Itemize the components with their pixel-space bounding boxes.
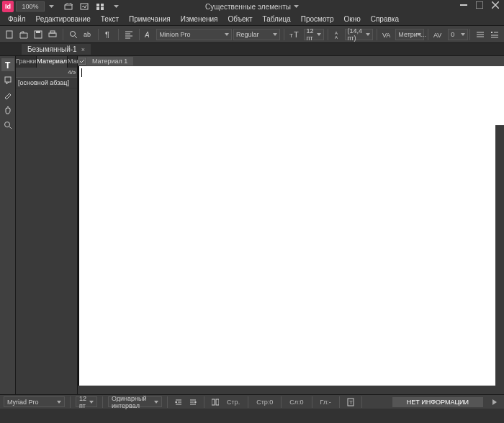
eyedropper-tool[interactable] — [1, 88, 14, 101]
chevron-down-icon[interactable] — [46, 1, 56, 12]
svg-text:A: A — [335, 35, 338, 39]
vertical-scrollbar[interactable] — [495, 125, 504, 394]
flow-checkbox-icon[interactable] — [78, 57, 86, 65]
svg-point-26 — [4, 122, 9, 127]
story-editor: Материал 1 — [78, 56, 504, 409]
zoom-field[interactable]: 100% — [16, 1, 45, 12]
save-icon[interactable] — [32, 28, 45, 41]
text-area[interactable] — [78, 66, 504, 409]
svg-rect-12 — [50, 31, 55, 33]
rows-icon[interactable] — [474, 28, 487, 41]
menu-table[interactable]: Таблица — [258, 14, 296, 24]
text-cursor — [81, 68, 82, 77]
status-spacing-field[interactable]: Одинарный интервал — [108, 396, 162, 407]
svg-text:¶: ¶ — [105, 30, 109, 39]
svg-text:VA: VA — [382, 32, 390, 39]
increase-indent-icon[interactable] — [173, 396, 184, 407]
leading-field[interactable]: (14,4 пт) — [345, 29, 374, 40]
svg-text:T: T — [294, 30, 299, 39]
status-line: Стр:0 — [256, 399, 273, 406]
print-icon[interactable] — [46, 28, 59, 41]
status-glyph: Гл:- — [320, 399, 331, 406]
find-icon[interactable] — [67, 28, 80, 41]
svg-text:T: T — [5, 60, 11, 69]
svg-rect-7 — [476, 1, 483, 9]
close-button[interactable] — [490, 0, 501, 10]
leading-icon: AA — [333, 30, 342, 39]
horizontal-scrollbar[interactable] — [78, 386, 495, 394]
svg-text:ab: ab — [84, 31, 91, 38]
para-style-icon[interactable]: ¶ — [102, 28, 115, 41]
story-panel: Гранки Материал Макет 4/э [основной абза… — [16, 56, 78, 409]
columns-icon[interactable] — [210, 396, 221, 407]
text-frame-icon[interactable]: T — [345, 396, 356, 407]
stock-icon[interactable] — [79, 1, 89, 12]
tab-material[interactable]: Материал — [37, 56, 68, 68]
svg-rect-23 — [491, 32, 492, 33]
menu-notes[interactable]: Примечания — [124, 14, 176, 24]
story-header: 4/э — [16, 68, 77, 78]
new-icon[interactable] — [3, 28, 16, 41]
menu-changes[interactable]: Изменения — [176, 14, 223, 24]
zoom-tool[interactable] — [1, 119, 14, 132]
menu-window[interactable]: Окно — [338, 14, 365, 24]
paragraph-style-row[interactable]: [основной абзац] — [16, 78, 77, 88]
document-tab-label: Безымянный-1 — [27, 45, 77, 53]
toolbox: T — [0, 56, 16, 409]
chevron-down-icon[interactable] — [111, 1, 121, 12]
svg-rect-3 — [101, 4, 104, 6]
spellcheck-icon[interactable]: ab — [81, 28, 94, 41]
svg-rect-27 — [78, 58, 86, 65]
svg-text:T: T — [349, 399, 353, 406]
status-col: Сл:0 — [289, 399, 303, 406]
font-size-field[interactable]: 12 пт — [304, 29, 324, 40]
align-icon[interactable] — [122, 28, 135, 41]
svg-rect-2 — [96, 4, 99, 6]
menu-help[interactable]: Справка — [366, 14, 404, 24]
workspace-switcher[interactable]: Существенные элементы — [205, 3, 299, 11]
font-family-field[interactable]: Minion Pro — [156, 29, 232, 40]
menu-edit[interactable]: Редактирование — [31, 14, 96, 24]
menu-object[interactable]: Объект — [223, 14, 258, 24]
svg-rect-28 — [212, 399, 215, 405]
svg-text:AV: AV — [433, 32, 441, 39]
font-size-icon: TT — [289, 30, 300, 39]
minimize-button[interactable] — [458, 0, 469, 10]
chevron-right-icon[interactable] — [489, 396, 500, 407]
open-icon[interactable] — [17, 28, 30, 41]
app-icon: Id — [2, 1, 14, 12]
close-tab-icon[interactable]: × — [81, 46, 85, 53]
bridge-icon[interactable] — [63, 1, 73, 12]
svg-point-13 — [70, 31, 75, 36]
status-page: Стр. — [227, 399, 240, 406]
font-style-field[interactable]: Regular — [233, 29, 280, 40]
maximize-button[interactable] — [474, 0, 485, 10]
svg-rect-11 — [49, 33, 56, 37]
arrange-icon[interactable] — [95, 1, 105, 12]
svg-rect-5 — [101, 7, 104, 10]
decrease-indent-icon[interactable] — [187, 396, 199, 407]
svg-rect-29 — [216, 399, 219, 405]
flow-tab[interactable]: Материал 1 — [86, 57, 133, 65]
menu-file[interactable]: Файл — [3, 14, 31, 24]
kerning-field[interactable]: Метрич... — [395, 29, 424, 40]
menu-text[interactable]: Текст — [96, 14, 124, 24]
menubar: Файл Редактирование Текст Примечания Изм… — [0, 13, 504, 26]
status-size-field[interactable]: 12 пт — [76, 396, 97, 407]
svg-text:A: A — [145, 31, 150, 39]
svg-rect-25 — [5, 77, 11, 82]
tracking-field[interactable]: 0 — [448, 29, 468, 40]
char-style-icon: A — [145, 30, 153, 39]
type-tool[interactable]: T — [1, 58, 14, 71]
tab-tracks[interactable]: Гранки — [16, 56, 37, 68]
menu-view[interactable]: Просмотр — [296, 14, 339, 24]
document-tab[interactable]: Безымянный-1 × — [22, 44, 91, 55]
kerning-icon: VA — [382, 30, 392, 39]
panel-menu-icon[interactable] — [488, 28, 501, 41]
svg-rect-4 — [96, 7, 99, 10]
workspace-label: Существенные элементы — [205, 3, 291, 11]
note-tool[interactable] — [1, 73, 14, 86]
status-font-field[interactable]: Myriad Pro — [4, 396, 65, 407]
hand-tool[interactable] — [1, 104, 14, 117]
svg-rect-0 — [65, 5, 72, 9]
